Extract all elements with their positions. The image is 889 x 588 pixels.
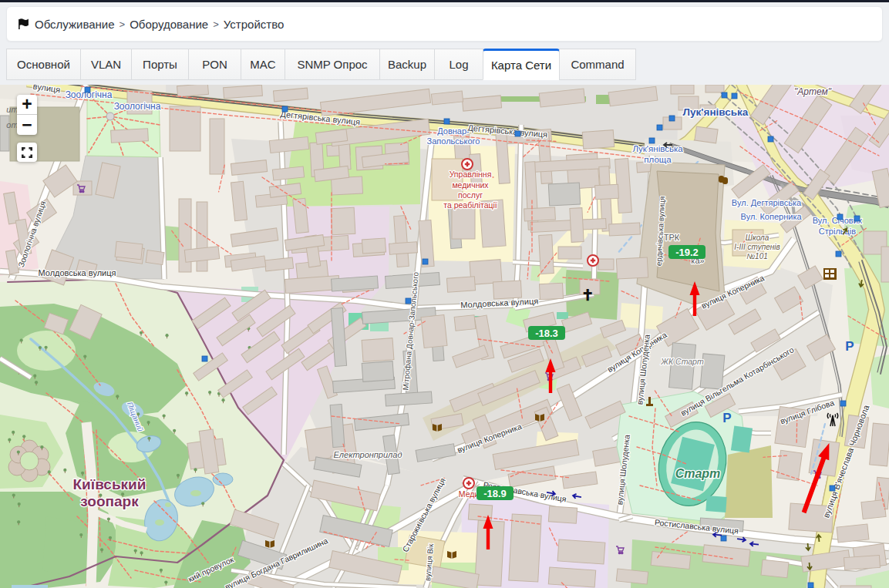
svg-text:№101: №101 bbox=[746, 252, 768, 260]
svg-text:P: P bbox=[845, 339, 854, 354]
svg-text:медичних: медичних bbox=[452, 180, 489, 190]
svg-text:Старт: Старт bbox=[675, 467, 721, 480]
svg-text:ЖК Старт: ЖК Старт bbox=[660, 357, 704, 366]
svg-text:Стрільців: Стрільців bbox=[819, 227, 856, 236]
svg-text:ТРК: ТРК bbox=[664, 233, 680, 242]
svg-text:Управління: Управління bbox=[450, 170, 492, 179]
svg-text:Лук'янівська: Лук'янівська bbox=[683, 106, 749, 118]
svg-text:"Артем": "Артем" bbox=[794, 86, 832, 97]
svg-text:Запольського: Запольського bbox=[427, 136, 480, 146]
svg-text:Меди: Меди bbox=[459, 489, 480, 499]
svg-text:Довнар-: Довнар- bbox=[437, 126, 470, 136]
svg-text:Вул. Коперника: Вул. Коперника bbox=[740, 212, 802, 221]
svg-text:Молдовська вулиця: Молдовська вулиця bbox=[39, 268, 116, 277]
svg-text:зоопарк: зоопарк bbox=[80, 493, 139, 509]
svg-text:-18.9: -18.9 bbox=[483, 488, 507, 499]
svg-text:P: P bbox=[722, 411, 731, 425]
svg-text:✝: ✝ bbox=[581, 287, 594, 304]
svg-text:та реабілітації: та реабілітації bbox=[443, 200, 497, 210]
svg-text:І-ІІІ ступенів: І-ІІІ ступенів bbox=[734, 243, 780, 251]
svg-text:-18.3: -18.3 bbox=[535, 328, 558, 339]
svg-text:площа: площа bbox=[644, 155, 672, 164]
svg-text:Електронприлад: Електронприлад bbox=[334, 450, 402, 459]
svg-text:Лук'янівська: Лук'янівська bbox=[632, 144, 683, 153]
svg-text:Вул. Дегтярівська: Вул. Дегтярівська bbox=[732, 198, 802, 207]
svg-text:Київський: Київський bbox=[73, 476, 146, 492]
svg-text:-19.2: -19.2 bbox=[675, 247, 699, 258]
svg-text:Школа: Школа bbox=[746, 234, 769, 242]
svg-text:послуг: послуг bbox=[458, 190, 483, 200]
svg-text:Зоологічна: Зоологічна bbox=[114, 101, 161, 112]
